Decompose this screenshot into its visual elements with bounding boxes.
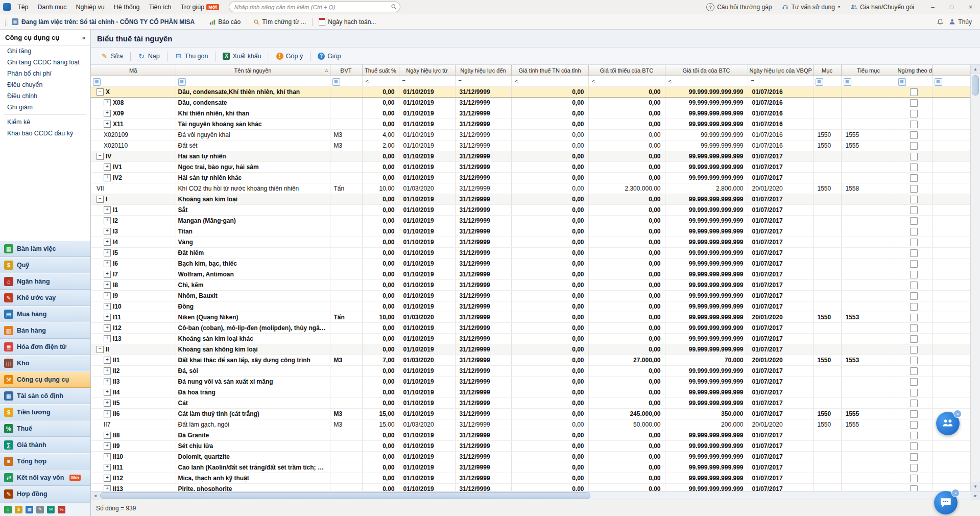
filter-cell-tieumuc[interactable]: ▦: [841, 76, 896, 87]
table-row[interactable]: +I4Vàng0,0001/10/201931/12/99990,000,009…: [91, 237, 971, 248]
stop-tracking-checkbox[interactable]: [910, 292, 918, 300]
stop-tracking-checkbox[interactable]: [910, 142, 918, 150]
stop-tracking-checkbox[interactable]: [910, 249, 918, 257]
expander-icon[interactable]: +: [104, 442, 111, 450]
filter-cell-stop[interactable]: ▦: [896, 76, 932, 87]
sidebar-module-12[interactable]: %Thuế: [0, 420, 90, 437]
sidebar-function[interactable]: Ghi giảm: [0, 102, 90, 113]
table-row[interactable]: +I5Đất hiếm0,0001/10/201931/12/99990,000…: [91, 248, 971, 259]
stop-tracking-checkbox[interactable]: [910, 303, 918, 311]
column-header-stop[interactable]: Ngừng theo dõi: [896, 65, 932, 76]
posting-date-button[interactable]: Ngày hạch toán...: [314, 14, 381, 29]
stop-tracking-checkbox[interactable]: [910, 131, 918, 139]
sidebar-function[interactable]: Khai báo CCDC đầu kỳ: [0, 128, 90, 139]
table-row[interactable]: +II6Cát làm thuỷ tinh (cát trắng)M315,00…: [91, 409, 971, 419]
table-row[interactable]: +I2Mangan (Măng-gan)0,0001/10/201931/12/…: [91, 216, 971, 226]
expander-icon[interactable]: +: [104, 335, 111, 342]
table-row[interactable]: +X11Tài nguyên khoáng sản khác0,0001/10/…: [91, 119, 971, 130]
expander-icon[interactable]: +: [104, 464, 111, 471]
table-row[interactable]: +II2Đá, sỏi0,0001/10/201931/12/99990,000…: [91, 366, 971, 377]
expander-icon[interactable]: −: [97, 88, 104, 96]
close-icon[interactable]: ×: [953, 410, 962, 418]
sidebar-module-1[interactable]: ▦Bàn làm việc: [0, 241, 90, 257]
expander-icon[interactable]: +: [104, 410, 111, 417]
column-header-unit[interactable]: ĐVT: [330, 65, 362, 76]
expander-icon[interactable]: +: [104, 110, 111, 117]
export-button[interactable]: XXuất khẩu: [218, 51, 266, 62]
scroll-right-button[interactable]: ►: [971, 491, 980, 500]
menu-item-3[interactable]: Nghiệp vụ: [71, 0, 109, 14]
sidebar-module-5[interactable]: ▤Mua hàng: [0, 306, 90, 322]
table-row[interactable]: +X08Dầu, condensate0,0001/10/201931/12/9…: [91, 98, 971, 108]
stop-tracking-checkbox[interactable]: [910, 367, 918, 375]
column-header-maxPrice[interactable]: Giá tối đa của BTC: [665, 65, 748, 76]
table-row[interactable]: +I7Wolfram, Antimoan0,0001/10/201931/12/…: [91, 269, 971, 280]
horizontal-scroll-thumb[interactable]: [100, 492, 590, 499]
scroll-left-button[interactable]: ◄: [91, 491, 100, 500]
column-header-name[interactable]: Tên tài nguyên△: [176, 65, 330, 76]
filter-cell-muc[interactable]: ▦: [813, 76, 841, 87]
stop-tracking-checkbox[interactable]: [910, 282, 918, 289]
stop-tracking-checkbox[interactable]: [910, 110, 918, 118]
expander-icon[interactable]: +: [104, 367, 111, 374]
find-voucher-button[interactable]: Tìm chứng từ ...: [248, 14, 311, 29]
feedback-button[interactable]: !Góp ý: [272, 51, 307, 62]
vertical-scroll-thumb[interactable]: [972, 75, 979, 96]
sidebar-function[interactable]: Điều chuyển: [0, 79, 90, 90]
expander-icon[interactable]: +: [104, 378, 111, 385]
stop-tracking-checkbox[interactable]: [910, 432, 918, 439]
expander-icon[interactable]: +: [104, 217, 111, 224]
sidebar-module-9[interactable]: ⚒Công cụ dụng cụ: [0, 371, 90, 388]
expander-icon[interactable]: +: [104, 174, 111, 181]
expander-icon[interactable]: +: [104, 228, 111, 235]
sidebar-collapse-button[interactable]: «: [82, 34, 86, 41]
scroll-up-button[interactable]: ▲: [971, 65, 980, 74]
expander-icon[interactable]: +: [104, 400, 111, 407]
expander-icon[interactable]: +: [104, 314, 111, 321]
stop-tracking-checkbox[interactable]: [910, 485, 918, 491]
home-icon[interactable]: ⌂: [4, 506, 12, 513]
chat-widget-button[interactable]: ×: [934, 491, 958, 514]
menu-item-2[interactable]: Danh mục: [33, 0, 71, 14]
sidebar-module-13[interactable]: ∑Giá thành: [0, 437, 90, 453]
refresh-button[interactable]: ↻Nạp: [133, 50, 164, 62]
sidebar-module-15[interactable]: ⇄Kết nối vay vốnMới: [0, 470, 90, 486]
column-header-from[interactable]: Ngày hiệu lực từ: [399, 65, 455, 76]
table-row[interactable]: +II13Pirite, phosphorite0,0001/10/201931…: [91, 484, 971, 491]
table-row[interactable]: +I13Khoáng sản kim loại khác0,0001/10/20…: [91, 334, 971, 344]
table-row[interactable]: X020110Đất sétM32,0001/10/201931/12/9999…: [91, 140, 971, 151]
mail-icon[interactable]: ✉: [47, 506, 55, 513]
close-button[interactable]: ×: [961, 0, 980, 14]
stop-tracking-checkbox[interactable]: [910, 389, 918, 396]
stop-tracking-checkbox[interactable]: [910, 121, 918, 128]
expander-icon[interactable]: +: [104, 324, 111, 332]
sidebar-module-6[interactable]: ▥Bán hàng: [0, 322, 90, 339]
table-row[interactable]: +IV2Hải sản tự nhiên khác0,0001/10/20193…: [91, 173, 971, 183]
menu-item-4[interactable]: Hệ thống: [109, 0, 145, 14]
stop-tracking-checkbox[interactable]: [910, 410, 918, 418]
sidebar-module-14[interactable]: ≡Tổng hợp: [0, 453, 90, 470]
filter-cell-from[interactable]: =: [399, 76, 455, 87]
expander-icon[interactable]: +: [104, 485, 111, 491]
filter-cell-provPrice[interactable]: ≤: [511, 76, 588, 87]
notifications-bell-icon[interactable]: [937, 18, 944, 26]
expander-icon[interactable]: +: [104, 260, 111, 267]
expander-icon[interactable]: +: [104, 389, 111, 396]
expander-icon[interactable]: +: [104, 271, 111, 278]
edit-button[interactable]: ✎Sửa: [96, 50, 128, 62]
stop-tracking-checkbox[interactable]: [910, 217, 918, 225]
table-row[interactable]: +II9Sét chịu lửa0,0001/10/201931/12/9999…: [91, 441, 971, 452]
expander-icon[interactable]: +: [104, 206, 111, 214]
table-row[interactable]: VIIKhí CO2 thu hồi từ nước khoáng thiên …: [91, 183, 971, 194]
table-row[interactable]: II7Đất làm gạch, ngóiM315,0001/03/202031…: [91, 419, 971, 430]
column-header-minPrice[interactable]: Giá tối thiểu của BTC: [588, 65, 665, 76]
table-row[interactable]: +II8Đá Granite0,0001/10/201931/12/99990,…: [91, 430, 971, 441]
consult-link[interactable]: Tư vấn sử dụng ▾: [777, 0, 845, 14]
filter-cell-to[interactable]: =: [455, 76, 511, 87]
sidebar-module-3[interactable]: ⌂Ngân hàng: [0, 273, 90, 290]
column-header-code[interactable]: Mã: [91, 65, 176, 76]
percent-icon[interactable]: %: [58, 506, 65, 513]
stop-tracking-checkbox[interactable]: [910, 88, 918, 96]
column-header-muc[interactable]: Mục: [813, 65, 841, 76]
horizontal-scrollbar[interactable]: ◄ ►: [91, 491, 980, 500]
